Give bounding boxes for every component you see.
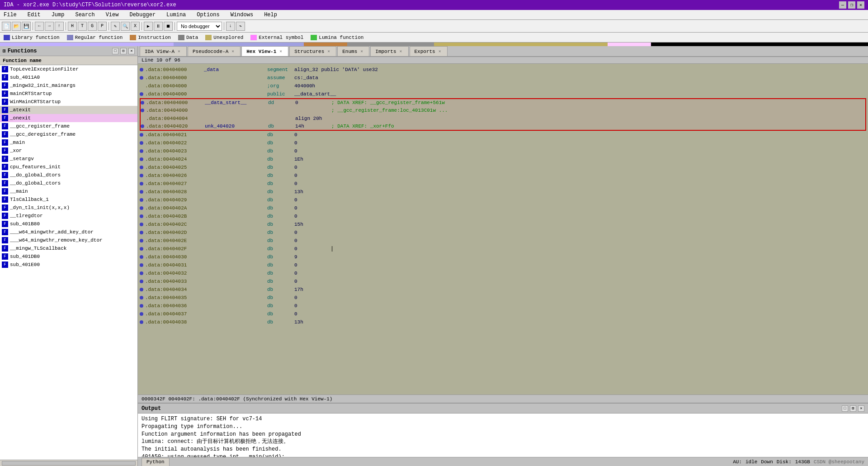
code-line-4[interactable]: .data:00404000__data_start__dd0; DATA XR… [140, 98, 866, 106]
function-item-15[interactable]: F__main [0, 187, 137, 195]
tab-pseudocode-a[interactable]: Pseudocode-A✕ [188, 46, 241, 56]
tab-imports[interactable]: Imports✕ [370, 46, 408, 56]
code-line-0[interactable]: .data:00404000_datasegmentalign_32 publi… [140, 66, 866, 74]
function-item-14[interactable]: F__do_global_ctors [0, 179, 137, 187]
function-item-7[interactable]: F__gcc_register_frame [0, 122, 137, 130]
code-line-10[interactable]: .data:00404023db0 [140, 147, 866, 155]
output-detach-btn[interactable]: ⊡ [850, 405, 856, 412]
output-toggle-btn[interactable]: □ [842, 405, 848, 412]
function-item-4[interactable]: FWinMainCRTStartup [0, 98, 137, 106]
debugger-dropdown[interactable]: No debugger [177, 22, 222, 31]
tab-enums[interactable]: Enums✕ [337, 46, 369, 56]
code-line-12[interactable]: .data:00404025db0 [140, 163, 866, 171]
code-content[interactable]: .data:00404000_datasegmentalign_32 publi… [138, 64, 868, 395]
code-line-7[interactable]: .data:00404020unk_404020db14h; DATA XREF… [140, 123, 866, 131]
code-line-24[interactable]: .data:00404031db0 [140, 261, 866, 269]
code-line-11[interactable]: .data:00404024db1Eh [140, 155, 866, 163]
code-line-28[interactable]: .data:00404035db0 [140, 294, 866, 302]
tab-structures[interactable]: Structures✕ [289, 46, 336, 56]
scroll-track[interactable] [2, 461, 136, 466]
menu-item-windows[interactable]: Windows [229, 11, 255, 19]
tab-close-4[interactable]: ✕ [359, 49, 364, 54]
function-item-22[interactable]: F__mingw_TLScallback [0, 244, 137, 252]
code-line-17[interactable]: .data:0040402Adb0 [140, 204, 866, 212]
toolbar-text[interactable]: T [78, 22, 87, 31]
close-button[interactable]: ✕ [857, 1, 864, 9]
function-item-21[interactable]: F___w64_mingwthr_remove_key_dtor [0, 236, 137, 244]
functions-list[interactable]: FTopLevelExceptionFilterFsub_4011A0F_min… [0, 65, 137, 460]
menu-item-options[interactable]: Options [195, 11, 221, 19]
menu-item-view[interactable]: View [104, 11, 121, 19]
functions-toggle-btn[interactable]: □ [112, 48, 118, 54]
tab-close-2[interactable]: ✕ [278, 49, 283, 54]
code-line-29[interactable]: .data:00404036db0 [140, 302, 866, 310]
menu-item-jump[interactable]: Jump [50, 11, 66, 19]
toolbar-forward[interactable]: → [45, 22, 54, 31]
functions-scroll-x[interactable] [0, 460, 137, 466]
toolbar-patch[interactable]: ✎ [111, 22, 120, 31]
function-item-9[interactable]: F_main [0, 138, 137, 147]
function-item-20[interactable]: F___w64_mingwthr_add_key_dtor [0, 228, 137, 236]
code-line-30[interactable]: .data:00404037db0 [140, 310, 866, 318]
toolbar-new[interactable]: 📄 [2, 22, 11, 31]
toolbar-find[interactable]: 🔍 [121, 22, 130, 31]
menu-item-help[interactable]: Help [262, 11, 279, 19]
toolbar-hex[interactable]: H [68, 22, 77, 31]
code-line-15[interactable]: .data:00404028db13h [140, 188, 866, 196]
code-line-19[interactable]: .data:0040402Cdb15h [140, 220, 866, 228]
code-line-3[interactable]: .data:00404000public__data_start__ [140, 90, 866, 98]
tab-close-5[interactable]: ✕ [398, 49, 404, 54]
function-item-3[interactable]: FmainCRTStartup [0, 90, 137, 98]
function-item-18[interactable]: F__tlregdtor [0, 212, 137, 220]
toolbar-prox[interactable]: P [98, 22, 107, 31]
code-line-9[interactable]: .data:00404022db0 [140, 139, 866, 147]
restore-button[interactable]: ❐ [848, 1, 855, 9]
function-item-5[interactable]: F_atexit [0, 106, 137, 114]
functions-close-btn[interactable]: ✕ [128, 48, 135, 54]
code-line-1[interactable]: .data:00404000assumecs:_data [140, 74, 866, 82]
code-line-21[interactable]: .data:0040402Edb0 [140, 237, 866, 245]
toolbar-step-over[interactable]: ↷ [236, 22, 245, 31]
toolbar-up[interactable]: ↑ [55, 22, 64, 31]
tab-close-0[interactable]: ✕ [176, 49, 182, 54]
minimize-button[interactable]: — [839, 1, 846, 9]
toolbar-xref[interactable]: X [131, 22, 140, 31]
toolbar-stop[interactable]: ⏹ [164, 22, 173, 31]
code-line-13[interactable]: .data:00404026db0 [140, 171, 866, 180]
function-item-11[interactable]: F_setargv [0, 155, 137, 163]
code-line-16[interactable]: .data:00404029db0 [140, 196, 866, 204]
tab-ida-view-a[interactable]: IDA View-A✕ [140, 46, 187, 56]
function-item-12[interactable]: Fcpu_features_init [0, 163, 137, 171]
code-line-27[interactable]: .data:00404034db17h [140, 285, 866, 294]
python-tab[interactable]: Python [142, 458, 170, 466]
function-item-13[interactable]: F__do_global_dtors [0, 171, 137, 179]
code-line-23[interactable]: .data:00404030db9 [140, 253, 866, 261]
menu-item-debugger[interactable]: Debugger [127, 11, 157, 19]
toolbar-graph[interactable]: G [88, 22, 97, 31]
tab-close-3[interactable]: ✕ [326, 49, 331, 54]
function-item-24[interactable]: Fsub_401E00 [0, 261, 137, 269]
toolbar-back[interactable]: ← [35, 22, 44, 31]
code-line-26[interactable]: .data:00404033db0 [140, 277, 866, 285]
code-line-8[interactable]: .data:00404021db0 [140, 131, 866, 139]
code-line-25[interactable]: .data:00404032db0 [140, 269, 866, 277]
function-item-17[interactable]: F_dyn_tls_init(x,x,x) [0, 204, 137, 212]
code-line-18[interactable]: .data:0040402Bdb0 [140, 212, 866, 220]
toolbar-save[interactable]: 💾 [22, 22, 31, 31]
function-item-2[interactable]: F_mingw32_init_mainargs [0, 81, 137, 90]
code-line-20[interactable]: .data:0040402Ddb0 [140, 228, 866, 237]
code-line-22[interactable]: .data:0040402Fdb0| [140, 245, 866, 253]
tab-close-1[interactable]: ✕ [230, 49, 236, 54]
toolbar-pause[interactable]: ⏸ [154, 22, 163, 31]
tab-hex-view-1[interactable]: Hex View-1✕ [241, 46, 288, 56]
toolbar-step-into[interactable]: ↓ [226, 22, 235, 31]
code-line-31[interactable]: .data:00404038db13h [140, 318, 866, 326]
toolbar-open[interactable]: 📂 [12, 22, 21, 31]
code-line-14[interactable]: .data:00404027db0 [140, 180, 866, 188]
function-item-16[interactable]: FTlsCallback_1 [0, 195, 137, 204]
function-item-6[interactable]: F_onexit [0, 114, 137, 122]
toolbar-run[interactable]: ▶ [144, 22, 153, 31]
menu-item-edit[interactable]: Edit [26, 11, 42, 19]
code-line-2[interactable]: .data:00404000;org404000h [140, 82, 866, 90]
menu-item-search[interactable]: Search [73, 11, 96, 19]
